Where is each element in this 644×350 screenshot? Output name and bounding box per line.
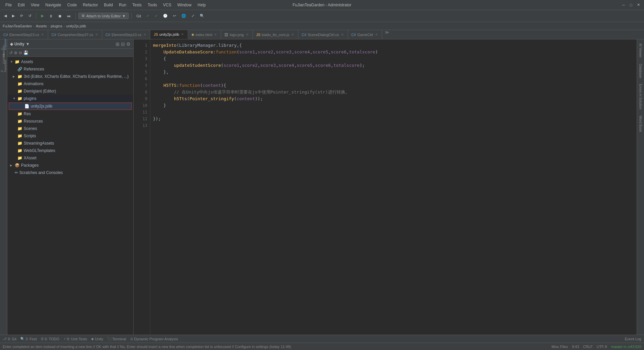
menu-tools[interactable]: Tools: [145, 2, 160, 8]
tab-logo-png[interactable]: 🖼 logo.png ✕: [221, 30, 253, 39]
database-panel[interactable]: Database: [637, 61, 644, 81]
expand-button[interactable]: ⤢: [189, 13, 196, 19]
bottom-tab-todo[interactable]: ☰ 6: TODO: [41, 337, 59, 341]
stop-button[interactable]: ⏹: [56, 13, 64, 19]
tab-icon-3: JS: [154, 32, 158, 36]
forward-button[interactable]: ▶: [10, 13, 17, 19]
tree-item-animations[interactable]: 📁 Animations: [7, 80, 133, 88]
wordbook-panel[interactable]: Word Book: [637, 113, 644, 135]
tab-unity2js[interactable]: JS unity2js.jslib ✕: [150, 30, 188, 39]
tab-close-6[interactable]: ✕: [291, 33, 295, 36]
menu-build[interactable]: Build: [101, 2, 116, 8]
vcs-label[interactable]: Git: [134, 13, 143, 19]
maximize-button[interactable]: □: [628, 2, 634, 8]
menu-refactor[interactable]: Refactor: [80, 2, 101, 8]
tab-baidu-tts[interactable]: JS baidu_tts_cors.js ✕: [253, 30, 298, 39]
debug-button[interactable]: ⏸: [47, 13, 55, 19]
step-over-button[interactable]: ⏭: [65, 13, 73, 19]
tree-item-3rd[interactable]: ▶ 📁 3rd (Editor, XCharts Editor, XCharts…: [7, 73, 133, 80]
tree-item-assets[interactable]: ▼ 📁 Assets: [7, 58, 133, 65]
errors-panel[interactable]: Errors in Solution: [637, 81, 644, 112]
tree-item-res[interactable]: 📁 Res: [7, 110, 133, 118]
tree-item-streaming[interactable]: 📁 StreamingAssets: [7, 140, 133, 147]
menu-navigate[interactable]: Navigate: [43, 2, 64, 8]
bottom-tab-unit-tests[interactable]: ✓ 8: Unit Tests: [63, 337, 87, 341]
tab-close-7[interactable]: ✕: [340, 33, 344, 36]
refresh-button[interactable]: ↺: [26, 13, 33, 19]
tree-item-plugins[interactable]: ▼ 📁 plugins: [7, 95, 133, 102]
tree-item-packages[interactable]: ▶ 📦 Packages: [7, 162, 133, 169]
tab-close-4[interactable]: ✕: [213, 33, 217, 36]
tree-item-resources[interactable]: 📁 Resources: [7, 118, 133, 125]
tab-label-3: unity2js.jslib: [159, 32, 179, 36]
collapse-tree-icon[interactable]: ⊖: [19, 50, 22, 55]
menu-run[interactable]: Run: [116, 2, 129, 8]
menu-edit[interactable]: Edit: [15, 2, 27, 8]
tab-close-1[interactable]: ✕: [95, 33, 99, 36]
menu-vcs[interactable]: VCS: [160, 2, 174, 8]
tab-index-html[interactable]: ◈ index.html ✕: [188, 30, 221, 39]
collapse-all-icon[interactable]: ⊟: [121, 41, 125, 47]
tab-close-3[interactable]: ✕: [180, 32, 184, 36]
tree-item-references[interactable]: 🔗 References: [7, 65, 133, 73]
save-icon[interactable]: 💾: [23, 50, 28, 55]
ai-viewer-panel[interactable]: AI Viewer: [637, 41, 644, 60]
tree-item-unity2js[interactable]: 📄 unity2js.jslib: [9, 103, 132, 110]
bottom-tab-terminal[interactable]: ⬛ Terminal: [107, 337, 126, 341]
attach-to-unity-button[interactable]: ⚙ Attach to Unity Editor ▼: [78, 13, 129, 19]
breadcrumb-part-1[interactable]: Assets: [36, 24, 47, 28]
bottom-tab-dpa[interactable]: ◎ Dynamic Program Analysis: [130, 337, 178, 341]
menu-help[interactable]: Help: [195, 2, 208, 8]
tree-item-scripts[interactable]: 📁 Scripts: [7, 132, 133, 140]
tree-item-demigiant[interactable]: 📁 Demigiant (Editor): [7, 88, 133, 95]
vcs-check2[interactable]: ✓: [153, 13, 160, 19]
tree-item-webgl[interactable]: 📁 WebGLTemplates: [7, 147, 133, 154]
tab-SceneDialogCtrl[interactable]: C# SceneDialogCtrl.cs ✕: [298, 30, 348, 39]
tab-ComprehenStep37[interactable]: C# ComprehenStep37.cs ✕: [48, 30, 102, 39]
tree-item-scenes[interactable]: 📁 Scenes: [7, 125, 133, 132]
search-button[interactable]: 🔍: [198, 13, 206, 19]
tab-icon-4: ◈: [191, 32, 194, 37]
history-button[interactable]: 🕐: [161, 13, 170, 19]
tab-close-0[interactable]: ✕: [40, 33, 44, 36]
code-area[interactable]: mergeInto(LibraryManager.library,{ Updat…: [150, 39, 637, 335]
translate-button[interactable]: 🌐: [179, 13, 188, 19]
menu-file[interactable]: File: [3, 2, 14, 8]
run-button[interactable]: ▶: [39, 13, 46, 19]
folder-icon-scripts: 📁: [17, 134, 22, 138]
menu-code[interactable]: Code: [64, 2, 79, 8]
recent-button[interactable]: ⟳: [18, 13, 25, 19]
tree-item-scratches[interactable]: ✏ Scratches and Consoles: [7, 169, 133, 176]
breadcrumb-part-0[interactable]: FuJianTeaGarden: [3, 24, 32, 28]
tab-close-2[interactable]: ✕: [143, 33, 147, 36]
back-button[interactable]: ◀: [2, 13, 9, 19]
tab-close-8[interactable]: ✕: [374, 33, 378, 36]
undo-button[interactable]: ↩: [171, 13, 178, 19]
tab-GameCtrl[interactable]: C# GameCtrl ✕: [348, 30, 382, 39]
tab-ElementStep23[interactable]: C# ElementStep23.cs ✕: [0, 30, 48, 39]
bottom-tab-git[interactable]: ⎇ 9: Git: [3, 337, 16, 341]
project-dropdown-icon[interactable]: ▼: [26, 42, 30, 46]
expand-tree-icon[interactable]: ⊕: [14, 50, 17, 55]
bottom-tab-unity[interactable]: ◆ Unity: [91, 337, 103, 341]
bottom-tab-find[interactable]: 🔍 3: Find: [20, 337, 37, 341]
unity-project-label: Unity: [14, 42, 24, 46]
vcs-check1[interactable]: ✓: [144, 13, 151, 19]
menu-view[interactable]: View: [28, 2, 42, 8]
add-folder-icon[interactable]: ⊞: [116, 41, 120, 47]
breadcrumb-part-2[interactable]: plugins: [51, 24, 62, 28]
menu-window[interactable]: Window: [175, 2, 194, 8]
tab-close-5[interactable]: ✕: [245, 33, 249, 36]
breadcrumb-part-3[interactable]: unity2js.jslib: [66, 24, 86, 28]
close-button[interactable]: ✕: [635, 2, 641, 8]
line-num-12: 12: [134, 116, 150, 122]
sync-icon[interactable]: ↺: [9, 50, 13, 55]
gear-icon[interactable]: ⚙: [126, 41, 131, 47]
tabs-overflow-button[interactable]: ≫: [382, 30, 392, 39]
sidebar-icon-favorites[interactable]: 2: Favorites: [0, 63, 7, 69]
tab-ElementStep10[interactable]: C# ElementStep10.cs ✕: [102, 30, 150, 39]
event-log-button[interactable]: Event Log: [625, 337, 641, 341]
tree-item-xasset[interactable]: 📁 XAsset: [7, 154, 133, 162]
minimize-button[interactable]: ─: [621, 2, 627, 8]
menu-tests[interactable]: Tests: [130, 2, 144, 8]
